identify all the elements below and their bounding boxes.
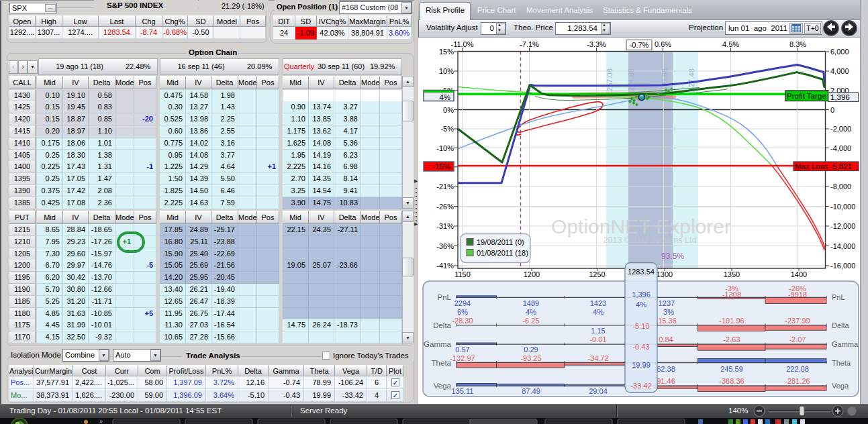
svg-text:-3.3%: -3.3% [587,40,606,48]
svg-text:-11.0%: -11.0% [450,40,473,48]
svg-text:0.84: 0.84 [659,335,673,343]
svg-text:1274.68: 1274.68 [627,68,635,95]
svg-text:6,000: 6,000 [830,48,849,56]
svg-text:»: » [99,418,103,424]
svg-text:4%: 4% [526,308,536,316]
svg-text:-16,000: -16,000 [830,262,855,270]
svg-text:-8,000: -8,000 [830,182,851,191]
svg-text:4%: 4% [636,301,646,309]
svg-text:-31%: -31% [436,222,454,230]
svg-text:135.11: 135.11 [452,387,474,395]
svg-text:4%: 4% [439,93,450,101]
svg-text:-93.25: -93.25 [520,354,541,362]
svg-text:0: 0 [830,106,834,114]
svg-text:Max Loss -5,821: Max Loss -5,821 [795,162,852,170]
svg-text:-14,000: -14,000 [830,242,855,250]
svg-text:Gamma: Gamma [424,340,452,348]
svg-text:-368.36: -368.36 [719,377,744,385]
svg-text:OptionNET Explorer: OptionNET Explorer [551,215,731,237]
svg-text:Theta: Theta [432,359,452,367]
svg-text:91.46: 91.46 [657,377,675,385]
svg-text:1257.08: 1257.08 [606,68,614,95]
svg-text:8.3%: 8.3% [789,40,806,48]
svg-text:15.36: 15.36 [658,317,677,325]
svg-text:-9918: -9918 [788,290,807,299]
svg-text:1489: 1489 [523,299,539,307]
svg-text:-15%: -15% [432,162,450,170]
svg-text:-4,000: -4,000 [830,144,851,152]
svg-text:-6.25: -6.25 [522,317,539,325]
svg-text:245.59: 245.59 [720,365,743,373]
svg-text:19/08/2011 (0): 19/08/2011 (0) [477,238,524,246]
svg-text:4%: 4% [593,308,604,316]
svg-text:29.04: 29.04 [589,387,608,395]
svg-text:Theta: Theta [832,359,851,367]
svg-text:-28.30: -28.30 [452,317,473,325]
svg-text:-0.01: -0.01 [589,335,606,343]
svg-text:01/08/2011 (18): 01/08/2011 (18) [477,249,528,257]
svg-text:4,000: 4,000 [830,67,849,75]
svg-text:1,396: 1,396 [830,93,850,101]
svg-text:Delta: Delta [832,321,850,329]
svg-text:-0.7%: -0.7% [630,41,649,49]
svg-text:PnL: PnL [832,293,845,301]
svg-text:Vega: Vega [434,382,452,390]
svg-text:-34.72: -34.72 [587,354,608,362]
svg-text:1250: 1250 [589,270,605,278]
svg-text:222.08: 222.08 [786,365,809,373]
svg-text:1423: 1423 [590,299,606,307]
svg-text:-2.63: -2.63 [723,335,740,343]
svg-text:-1308: -1308 [722,290,741,299]
svg-text:-36%: -36% [436,242,454,250]
svg-text:2013 © THJ Systems Ltd: 2013 © THJ Systems Ltd [604,235,697,245]
svg-text:-10%: -10% [436,144,454,152]
svg-text:-2.07: -2.07 [789,335,806,343]
svg-text:1350: 1350 [724,270,740,278]
svg-text:87.49: 87.49 [522,387,540,395]
svg-text:-33.42: -33.42 [630,382,651,390]
svg-text:Delta: Delta [433,321,451,329]
svg-text:-5.10: -5.10 [632,322,649,330]
svg-text:1.15: 1.15 [591,327,605,335]
svg-text:62.38: 62.38 [657,365,675,373]
svg-text:1150: 1150 [454,270,471,278]
svg-text:-101.96: -101.96 [719,317,744,325]
svg-text:93.5%: 93.5% [661,252,684,261]
svg-text:10%: 10% [439,67,454,75]
svg-text:1,396: 1,396 [632,290,650,299]
svg-text:-26%: -26% [436,203,454,211]
svg-text:Gamma: Gamma [832,340,859,348]
svg-text:4.5%: 4.5% [722,40,739,48]
svg-text:-41%: -41% [436,262,454,270]
svg-text:6%: 6% [457,308,468,316]
svg-text:Profit Targe: Profit Targe [787,92,826,100]
svg-text:3%: 3% [663,308,674,316]
svg-text:-7.1%: -7.1% [520,40,539,48]
svg-text:19.99: 19.99 [632,361,650,369]
svg-text:15%: 15% [439,48,454,56]
svg-text:0.6%: 0.6% [655,40,671,48]
svg-text:1400: 1400 [791,270,807,278]
svg-text:-5%: -5% [440,125,454,133]
svg-text:-237.99: -237.99 [785,317,810,325]
svg-text:1283.54: 1283.54 [628,268,655,276]
svg-text:0%: 0% [443,106,454,114]
svg-text:-21%: -21% [436,182,454,191]
svg-text:PnL: PnL [438,293,452,301]
svg-text:0.29: 0.29 [524,346,538,354]
svg-text:-10,000: -10,000 [830,203,855,211]
svg-text:-281.26: -281.26 [785,377,810,385]
svg-text:1300: 1300 [657,270,673,278]
svg-text:-12,000: -12,000 [830,222,855,230]
svg-text:Vega: Vega [832,382,849,390]
svg-text:2294: 2294 [454,299,471,307]
svg-text:-132.97: -132.97 [450,354,475,362]
svg-text:1200: 1200 [524,270,540,278]
svg-text:-2,000: -2,000 [830,125,851,133]
svg-text:-0.43: -0.43 [632,343,649,351]
svg-text:0.57: 0.57 [455,346,469,354]
svg-text:1237: 1237 [659,299,675,307]
